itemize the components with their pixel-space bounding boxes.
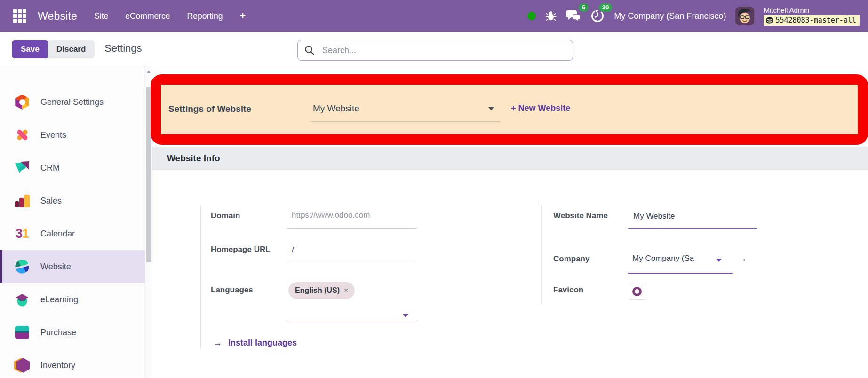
user-menu[interactable]: Mitchell Admin 55428083-master-all: [764, 6, 860, 26]
website-select[interactable]: My Website: [313, 103, 500, 114]
company-label: Company: [553, 253, 589, 265]
company-select[interactable]: My Company (Sa: [632, 254, 694, 263]
favicon-label: Favicon: [553, 284, 583, 296]
homepage-underline: [287, 263, 417, 263]
sidebar-item-elearning[interactable]: eLearning: [0, 283, 145, 316]
activities-count-badge: 30: [599, 3, 612, 12]
crm-icon: [14, 160, 30, 176]
section-title: Website Info: [167, 153, 220, 164]
search-box[interactable]: [297, 40, 573, 61]
calendar-icon: 31: [14, 226, 30, 242]
arrow-right-icon: →: [213, 338, 222, 348]
save-button[interactable]: Save: [12, 40, 48, 58]
languages-caret-icon[interactable]: [403, 314, 408, 317]
website-select-value: My Website: [313, 103, 359, 113]
scroll-up-arrow-icon[interactable]: [147, 70, 151, 73]
sidebar-item-purchase[interactable]: Purchase: [0, 316, 145, 349]
sidebar-item-sales[interactable]: Sales: [0, 184, 145, 217]
company-caret-icon[interactable]: [716, 259, 722, 262]
right-column-divider: [541, 205, 542, 304]
sales-icon: [14, 193, 30, 209]
menu-ecommerce[interactable]: eCommerce: [125, 11, 170, 21]
website-name-label: Website Name: [553, 210, 614, 222]
database-name: 55428083-master-all: [775, 16, 856, 24]
new-content-plus-icon[interactable]: +: [239, 10, 246, 22]
website-info-section: Website Info: [152, 147, 868, 170]
favicon-image: [632, 287, 642, 296]
sidebar-item-general-settings[interactable]: General Settings: [0, 86, 145, 118]
app-name[interactable]: Website: [38, 10, 77, 23]
language-tag[interactable]: English (US) ×: [288, 282, 355, 299]
purchase-icon: [14, 324, 30, 340]
elearning-icon: [14, 291, 30, 307]
sidebar-item-crm[interactable]: CRM: [0, 151, 145, 184]
general-settings-icon: [14, 94, 30, 110]
user-avatar[interactable]: [735, 7, 754, 25]
domain-input[interactable]: https://www.odoo.com: [292, 211, 370, 220]
inventory-icon: [14, 357, 30, 373]
website-select-underline: [311, 121, 500, 122]
breadcrumb: Settings: [104, 42, 142, 55]
website-name-underline: [628, 228, 757, 229]
language-tag-text: English (US): [295, 286, 340, 295]
debug-bug-icon[interactable]: [545, 10, 557, 22]
company-internal-link-arrow-icon[interactable]: →: [738, 253, 747, 264]
settings-of-website-label: Settings of Website: [168, 104, 251, 114]
search-icon: [304, 45, 315, 55]
company-underline: [628, 273, 733, 274]
messages-icon[interactable]: 6: [566, 9, 581, 23]
menu-reporting[interactable]: Reporting: [187, 11, 223, 21]
messages-count-badge: 6: [579, 3, 589, 12]
discard-button[interactable]: Discard: [48, 40, 95, 58]
settings-sidebar: General Settings Events CRM Sales 31 Cal…: [0, 66, 145, 378]
languages-select-underline: [287, 322, 417, 322]
control-panel: Save Discard Settings: [0, 32, 868, 66]
search-input[interactable]: [322, 46, 566, 55]
activities-clock-icon[interactable]: 30: [590, 9, 605, 23]
languages-label: Languages: [211, 284, 253, 296]
database-badge: 55428083-master-all: [764, 15, 860, 26]
homepage-url-input[interactable]: /: [292, 245, 294, 255]
user-name: Mitchell Admin: [764, 6, 809, 14]
events-icon: [14, 127, 30, 143]
domain-underline: [287, 228, 417, 229]
sidebar-item-website[interactable]: Website: [0, 250, 145, 283]
domain-label: Domain: [211, 210, 240, 222]
left-column-divider: [200, 205, 201, 349]
apps-grid-icon[interactable]: [13, 9, 26, 23]
database-icon: [766, 17, 773, 24]
sidebar-item-events[interactable]: Events: [0, 118, 145, 151]
sidebar-item-inventory[interactable]: Inventory: [0, 349, 145, 378]
online-status-icon: [527, 12, 536, 20]
language-tag-remove-icon[interactable]: ×: [344, 286, 348, 295]
sidebar-item-calendar[interactable]: 31 Calendar: [0, 217, 145, 250]
website-selector-highlight: [151, 74, 868, 145]
company-switcher[interactable]: My Company (San Francisco): [614, 11, 726, 21]
favicon-upload[interactable]: [629, 283, 645, 300]
new-website-link[interactable]: + New Website: [511, 103, 570, 113]
website-select-caret-icon[interactable]: [488, 107, 494, 110]
install-languages-label: Install languages: [228, 338, 297, 348]
website-name-input[interactable]: My Website: [633, 212, 675, 221]
website-icon: [14, 259, 30, 275]
install-languages-link[interactable]: → Install languages: [213, 338, 297, 348]
top-navbar: Website Site eCommerce Reporting +: [0, 0, 868, 32]
homepage-url-label: Homepage URL: [211, 244, 277, 256]
menu-site[interactable]: Site: [94, 11, 108, 21]
